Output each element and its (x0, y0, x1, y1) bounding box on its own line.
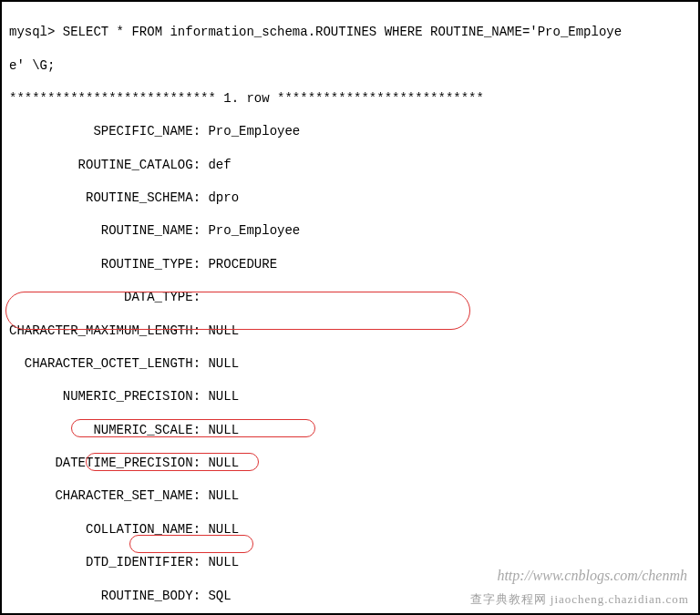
field-label: DATETIME_PRECISION (9, 455, 193, 471)
field-label: ROUTINE_CATALOG (9, 157, 193, 173)
field-row: ROUTINE_NAME: Pro_Employee (9, 222, 691, 239)
field-value: SQL (208, 589, 231, 603)
prompt-line-2: e' \G; (9, 57, 691, 74)
field-row: NUMERIC_SCALE: NULL (9, 422, 691, 438)
field-value: dpro (208, 190, 239, 205)
field-value: NULL (208, 522, 239, 537)
field-label: SPECIFIC_NAME (9, 123, 193, 139)
prompt-line-1: mysql> SELECT * FROM information_schema.… (9, 24, 691, 40)
field-row: CHARACTER_MAXIMUM_LENGTH: NULL (9, 323, 691, 339)
field-row: NUMERIC_PRECISION: NULL (9, 388, 691, 405)
field-row: DTD_IDENTIFIER: NULL (9, 554, 691, 570)
field-label: ROUTINE_TYPE (9, 256, 193, 272)
field-value: NULL (208, 356, 239, 371)
field-row: ROUTINE_CATALOG: def (9, 157, 691, 173)
field-row: DATETIME_PRECISION: NULL (9, 455, 691, 471)
field-value: Pro_Employee (208, 223, 300, 238)
field-row: DATA_TYPE: (9, 289, 691, 305)
field-label: ROUTINE_SCHEMA (9, 190, 193, 206)
terminal-output-frame: mysql> SELECT * FROM information_schema.… (0, 0, 700, 615)
field-label: NUMERIC_PRECISION (9, 388, 193, 405)
field-row: ROUTINE_TYPE: PROCEDURE (9, 256, 691, 272)
field-label: CHARACTER_SET_NAME (9, 487, 193, 504)
field-value: NULL (208, 423, 239, 437)
field-value: NULL (208, 488, 239, 503)
field-label: ROUTINE_NAME (9, 222, 193, 239)
field-label: CHARACTER_OCTET_LENGTH (9, 355, 193, 372)
field-value: PROCEDURE (208, 257, 277, 272)
field-label: DTD_IDENTIFIER (9, 554, 193, 570)
field-value: NULL (208, 389, 239, 404)
field-row: CHARACTER_SET_NAME: NULL (9, 487, 691, 504)
field-label: DATA_TYPE (9, 289, 193, 305)
field-row: COLLATION_NAME: NULL (9, 521, 691, 538)
field-row: ROUTINE_SCHEMA: dpro (9, 190, 691, 206)
terminal-text: mysql> SELECT * FROM information_schema.… (9, 7, 691, 615)
field-value: def (208, 158, 231, 172)
field-value: Pro_Employee (208, 124, 300, 138)
field-label: ROUTINE_BODY (9, 588, 193, 604)
field-value: NULL (208, 555, 239, 569)
field-label: COLLATION_NAME (9, 521, 193, 538)
field-label: NUMERIC_SCALE (9, 422, 193, 438)
field-row: ROUTINE_BODY: SQL (9, 588, 691, 604)
field-row: CHARACTER_OCTET_LENGTH: NULL (9, 355, 691, 372)
row-separator: *************************** 1. row *****… (9, 90, 691, 107)
field-value: NULL (208, 323, 239, 338)
field-label: CHARACTER_MAXIMUM_LENGTH (9, 323, 193, 339)
field-value: NULL (208, 456, 239, 470)
field-row: SPECIFIC_NAME: Pro_Employee (9, 123, 691, 139)
